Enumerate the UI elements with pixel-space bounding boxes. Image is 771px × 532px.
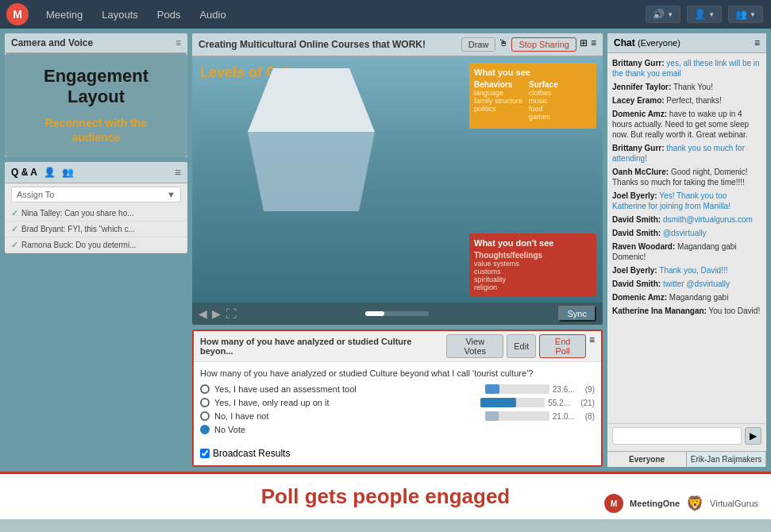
stop-sharing-button[interactable]: Stop Sharing bbox=[511, 37, 576, 52]
poll-radio-1[interactable] bbox=[200, 384, 210, 394]
broadcast-label: Broadcast Results bbox=[213, 448, 290, 459]
slide-navigation: ◀ ▶ ⛶ bbox=[199, 307, 237, 320]
chat-msg-13: Domenic Amz: Magandang gabi bbox=[612, 292, 761, 303]
edit-poll-button[interactable]: Edit bbox=[507, 334, 536, 358]
main-content: Camera and Voice ≡ EngagementLayout Reco… bbox=[0, 29, 771, 472]
share-header: Creating Multicultural Online Courses th… bbox=[192, 33, 603, 56]
slide-what-you-dont-see-box: What you don't see Thoughts/feelings val… bbox=[469, 233, 596, 296]
chat-msg-4: Domenic Amz: have to wake up in 4 hours … bbox=[612, 109, 761, 140]
chat-tab-everyone[interactable]: Everyone bbox=[607, 452, 687, 467]
poll-panel: How many of you have analyzed or studied… bbox=[192, 330, 603, 467]
group-button[interactable]: 👥 ▼ bbox=[728, 6, 763, 23]
user-button[interactable]: 👤 ▼ bbox=[687, 6, 722, 23]
fullscreen-icon[interactable]: ⛶ bbox=[226, 307, 237, 320]
poll-label-3: No, I have not bbox=[214, 411, 480, 421]
chat-msg-11: Joel Byerly: Thank you, David!!! bbox=[612, 265, 761, 276]
poll-radio-3[interactable] bbox=[200, 411, 210, 421]
slide-toolbar: ◀ ▶ ⛶ Sync bbox=[192, 303, 603, 325]
chat-input-field[interactable] bbox=[612, 427, 742, 445]
chat-msg-12: David Smith: twitter @dsvirtually bbox=[612, 279, 761, 289]
poll-count-1: (9) bbox=[585, 385, 595, 394]
qa-item-2[interactable]: ✓ Brad Bryant: FYI, this "which c... bbox=[5, 222, 187, 237]
poll-option-2[interactable]: Yes, I have, only read up on it 55.2... … bbox=[200, 398, 595, 407]
poll-header: How many of you have analyzed or studied… bbox=[194, 331, 601, 362]
draw-button[interactable]: Draw bbox=[461, 37, 496, 52]
engagement-title: EngagementLayout bbox=[44, 66, 148, 108]
camera-voice-icons: ≡ bbox=[175, 37, 181, 48]
end-poll-button[interactable]: End Poll bbox=[539, 334, 586, 358]
chat-panel: Chat (Everyone) ≡ Brittany Gurr: yes, al… bbox=[607, 33, 766, 467]
poll-option-1[interactable]: Yes, I have used an assessment tool 23.6… bbox=[200, 384, 595, 394]
poll-radio-2[interactable] bbox=[200, 398, 210, 407]
menu-layouts[interactable]: Layouts bbox=[94, 6, 146, 24]
chat-title: Chat (Everyone) bbox=[614, 37, 680, 48]
qa-person-icon: 👤 bbox=[44, 167, 56, 178]
chat-msg-5: Brittany Gurr: thank you so much for att… bbox=[612, 143, 761, 164]
poll-pct-1: 23.6... bbox=[553, 385, 580, 394]
virtual-gurus-icon: 🦁 bbox=[686, 495, 704, 512]
menu-bar: M Meeting Layouts Pods Audio 🔊 ▼ 👤 ▼ 👥 ▼ bbox=[0, 0, 771, 29]
poll-menu-icon[interactable]: ≡ bbox=[589, 334, 595, 358]
poll-option-4[interactable]: No Vote bbox=[200, 425, 595, 434]
chat-input-area: ▶ bbox=[607, 423, 766, 451]
chat-msg-1: Brittany Gurr: yes, all these link will … bbox=[612, 58, 761, 79]
poll-bar-fill-1 bbox=[485, 384, 500, 394]
poll-label-2: Yes, I have, only read up on it bbox=[214, 398, 476, 407]
chat-header: Chat (Everyone) ≡ bbox=[607, 33, 766, 53]
poll-label-4: No Vote bbox=[214, 425, 595, 434]
slide-content: Levels of Culture What you see Behaviors bbox=[192, 56, 603, 325]
menu-pods[interactable]: Pods bbox=[149, 6, 189, 24]
chat-msg-8: David Smith: dsmith@virtualgurus.com bbox=[612, 214, 761, 225]
poll-question: How many of you have analyzed or studied… bbox=[200, 368, 595, 378]
chat-menu-icon[interactable]: ≡ bbox=[754, 37, 760, 48]
poll-pct-3: 21.0... bbox=[553, 412, 580, 421]
menu-meeting[interactable]: Meeting bbox=[38, 6, 91, 24]
sync-button[interactable]: Sync bbox=[558, 306, 596, 322]
view-votes-button[interactable]: View Votes bbox=[446, 334, 503, 358]
menu-audio[interactable]: Audio bbox=[191, 6, 233, 24]
qa-title: Q & A bbox=[11, 167, 37, 178]
broadcast-checkbox[interactable] bbox=[200, 449, 210, 458]
chat-send-button[interactable]: ▶ bbox=[745, 427, 761, 445]
app-logo: M bbox=[6, 3, 29, 25]
chat-msg-14: Katherine Ina Manangan: You too David! bbox=[612, 306, 761, 316]
share-panel: Creating Multicultural Online Courses th… bbox=[192, 33, 603, 325]
chat-msg-7: Joel Byerly: Yes! Thank you too Katherin… bbox=[612, 191, 761, 211]
share-menu-icon[interactable]: ≡ bbox=[591, 37, 596, 52]
qa-item-3[interactable]: ✓ Ramona Buck: Do you determi... bbox=[5, 237, 187, 253]
poll-title: How many of you have analyzed or studied… bbox=[200, 337, 446, 356]
qa-group-icon: 👥 bbox=[62, 167, 74, 178]
poll-radio-4[interactable] bbox=[200, 425, 210, 434]
chat-messages: Brittany Gurr: yes, all these link will … bbox=[607, 53, 766, 423]
camera-voice-header: Camera and Voice ≡ bbox=[5, 33, 187, 53]
chat-msg-9: David Smith: @dsvirtually bbox=[612, 228, 761, 238]
bottom-banner: Poll gets people engaged M MeetingOne 🦁 … bbox=[0, 472, 771, 519]
bottom-logos: M MeetingOne 🦁 VirtualGurus bbox=[604, 494, 758, 513]
iceberg-graphic bbox=[232, 68, 391, 211]
prev-slide-icon[interactable]: ◀ bbox=[199, 307, 207, 320]
next-slide-icon[interactable]: ▶ bbox=[212, 307, 221, 320]
camera-voice-title: Camera and Voice bbox=[11, 37, 93, 48]
qa-filter-dropdown[interactable]: Assign To ▼ bbox=[11, 187, 181, 202]
poll-bar-fill-3 bbox=[485, 411, 499, 421]
camera-voice-menu-icon[interactable]: ≡ bbox=[175, 37, 181, 48]
pointer-icon: 🖱 bbox=[499, 37, 508, 52]
qa-check-3: ✓ bbox=[11, 240, 18, 250]
qa-menu-icon[interactable]: ≡ bbox=[175, 166, 181, 179]
chat-msg-10: Raven Woodard: Magandang gabi Domenic! bbox=[612, 241, 761, 262]
slide-what-you-see-box: What you see Behaviors language family s… bbox=[469, 63, 596, 129]
poll-count-3: (8) bbox=[585, 412, 595, 421]
left-sidebar: Camera and Voice ≡ EngagementLayout Reco… bbox=[5, 33, 187, 467]
iceberg-bottom bbox=[232, 132, 391, 211]
slide-box-top-title: What you see bbox=[474, 67, 592, 77]
chat-msg-3: Lacey Eramo: Perfect, thanks! bbox=[612, 95, 761, 106]
meeting-one-text: MeetingOne bbox=[630, 499, 680, 508]
qa-header: Q & A 👤 👥 ≡ bbox=[5, 162, 187, 183]
audio-button[interactable]: 🔊 ▼ bbox=[646, 6, 680, 23]
qa-item-1[interactable]: ✓ Nina Talley: Can you share ho... bbox=[5, 206, 187, 222]
chat-tab-erikjan[interactable]: Erik-Jan Raijmakers bbox=[687, 452, 766, 467]
poll-option-3[interactable]: No, I have not 21.0... (8) bbox=[200, 411, 595, 421]
share-title: Creating Multicultural Online Courses th… bbox=[199, 39, 426, 50]
engagement-box: EngagementLayout Reconnect with theaudie… bbox=[5, 53, 187, 157]
meeting-one-logo: M bbox=[604, 494, 623, 513]
